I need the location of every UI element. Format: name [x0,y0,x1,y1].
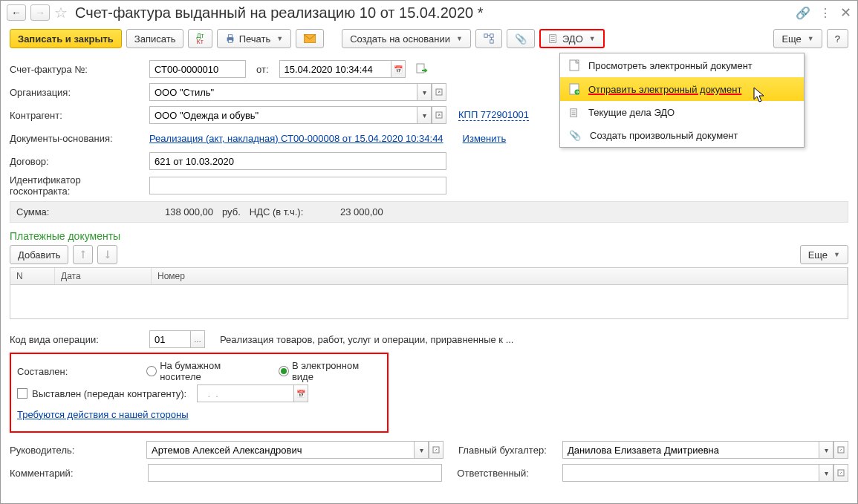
calendar-icon: 📅 [394,65,403,73]
vat-value: 23 000,00 [316,206,383,217]
payments-section-title: Платежные документы [10,230,848,242]
radio-paper-label: На бумажном носителе [160,360,262,382]
dtk-button[interactable]: ДтКт [188,29,212,48]
dropdown-button[interactable]: ▾ [819,441,833,459]
open-button[interactable] [432,106,446,124]
window-title: Счет-фактура выданный на реализацию 10 о… [75,4,483,22]
responsible-input[interactable] [562,464,819,482]
menu-view-label: Просмотреть электронный документ [588,60,795,71]
svg-rect-1 [228,35,232,38]
issued-date-input[interactable] [197,384,293,402]
radio-icon [146,366,157,376]
goscontract-input[interactable] [149,177,446,194]
docs-basis-link[interactable]: Реализация (акт, накладная) СТ00-000008 … [149,133,443,144]
dropdown-button[interactable]: ▾ [414,441,429,459]
contract-label: Договор: [10,156,143,167]
issued-checkbox[interactable]: Выставлен (передан контрагенту): [17,388,186,399]
doc-status-icon[interactable] [416,63,428,75]
contract-input[interactable] [149,152,446,170]
change-link[interactable]: Изменить [463,133,507,144]
mail-button[interactable] [296,29,324,48]
currency: руб. [222,206,241,217]
menu-create-doc[interactable]: 📎 Создать произвольный документ [560,124,804,147]
link-icon[interactable]: 🔗 [796,6,810,20]
menu-view-edoc[interactable]: Просмотреть электронный документ [560,53,804,77]
table-more-label: Еще [808,249,828,261]
menu-send-edoc[interactable]: Отправить электронный документ [560,77,804,101]
radio-electronic[interactable]: В электронном виде [279,360,381,382]
kebab-menu-icon[interactable]: ⋮ [819,6,831,20]
move-up-button[interactable]: 🠕 [73,245,93,264]
dropdown-button[interactable]: ▾ [417,83,432,101]
date-from-label: от: [256,64,269,75]
radio-electronic-label: В электронном виде [292,360,381,382]
structure-button[interactable] [475,29,502,48]
svg-rect-2 [228,40,232,43]
nav-forward-button[interactable]: → [30,4,50,21]
open-button[interactable] [833,441,848,459]
caret-down-icon: ▼ [276,35,283,42]
menu-create-label: Создать произвольный документ [590,130,795,141]
comment-input[interactable] [148,464,442,482]
edo-button[interactable]: ЭДО ▼ [539,29,605,48]
close-button[interactable]: ✕ [840,4,851,21]
svg-rect-6 [490,40,493,43]
checkbox-icon [17,388,27,399]
nav-back-button[interactable]: ← [7,4,26,21]
dropdown-button[interactable]: ▾ [819,464,833,482]
open-button[interactable] [432,83,446,101]
svg-rect-18 [417,64,424,73]
col-number[interactable]: Номер [152,268,848,284]
opcode-input[interactable] [149,330,190,348]
print-button[interactable]: Печать ▼ [217,29,292,48]
contr-label: Контрагент: [10,110,143,121]
calendar-button[interactable]: 📅 [391,60,406,78]
dropdown-button[interactable]: ▾ [417,106,432,124]
create-based-button[interactable]: Создать на основании ▼ [342,29,471,48]
contr-input[interactable] [149,106,417,124]
sum-label: Сумма: [16,206,146,217]
accountant-label: Главный бухгалтер: [458,445,556,456]
opcode-picker-button[interactable]: … [190,330,205,348]
document-send-icon [569,83,579,95]
head-input[interactable] [146,441,414,459]
payments-table[interactable]: N Дата Номер [10,267,848,319]
responsible-label: Ответственный: [457,468,556,479]
org-input[interactable] [149,83,417,101]
calendar-button[interactable]: 📅 [293,384,308,402]
more-label: Еще [781,33,801,45]
composed-section: Составлен: На бумажном носителе В электр… [10,353,389,433]
caret-down-icon: ▼ [456,35,463,42]
more-button[interactable]: Еще ▼ [773,29,822,48]
invoice-no-input[interactable] [149,60,246,78]
col-n[interactable]: N [10,268,55,284]
kpp-link[interactable]: КПП 772901001 [458,109,529,121]
mail-icon [304,34,316,43]
favorite-star-icon[interactable]: ☆ [54,4,68,22]
totals-bar: Сумма: 138 000,00 руб. НДС (в т.ч.): 23 … [10,201,848,223]
goscontract-label: Идентификатор госконтракта: [10,174,143,197]
composed-label: Составлен: [17,366,140,377]
open-button[interactable] [429,441,443,459]
accountant-input[interactable] [562,441,819,459]
move-down-button[interactable]: 🠗 [97,245,117,264]
issued-label: Выставлен (передан контрагенту): [32,388,186,399]
save-close-button[interactable]: Записать и закрыть [10,29,122,48]
paperclip-icon: 📎 [515,33,527,45]
attach-button[interactable]: 📎 [507,29,535,48]
add-button[interactable]: Добавить [10,245,68,264]
menu-current-edo[interactable]: Текущие дела ЭДО [560,101,804,124]
menu-send-label: Отправить электронный документ [588,84,795,95]
help-button[interactable]: ? [827,29,848,48]
svg-rect-4 [484,34,487,37]
save-button[interactable]: Записать [126,29,184,48]
action-needed-link[interactable]: Требуются действия с нашей стороны [17,409,189,420]
date-from-input[interactable] [279,60,391,78]
document-icon [569,59,579,71]
table-more-button[interactable]: Еще ▼ [800,245,848,264]
open-button[interactable] [833,464,848,482]
create-based-label: Создать на основании [350,33,450,45]
opcode-label: Код вида операции: [10,334,143,345]
col-date[interactable]: Дата [55,268,152,284]
radio-paper[interactable]: На бумажном носителе [146,360,262,382]
